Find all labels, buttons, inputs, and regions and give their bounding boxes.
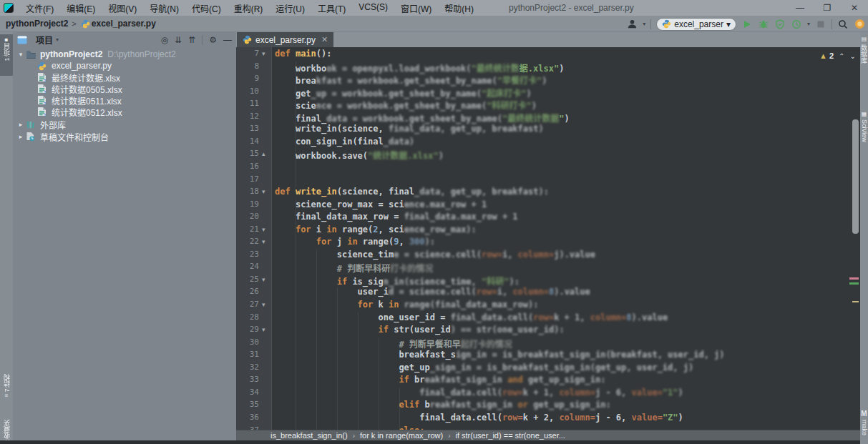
tree-item-统计数据0511.xlsx[interactable]: ?统计数据0511.xlsx [27, 94, 122, 106]
breadcrumb-item[interactable]: if str(user_id) == str(one_user... [455, 431, 565, 440]
tree-item-外部库[interactable]: ▸外部库 [16, 119, 66, 130]
line-number[interactable]: 9 [236, 74, 259, 83]
code-line[interactable]: science = workbook.get_sheet_by_name("科研… [275, 99, 537, 111]
inspection-widget[interactable]: ▲ 2 ⌃ ⌄ [819, 51, 856, 60]
coverage-icon[interactable] [774, 19, 786, 30]
chevron-down-icon[interactable]: ▾ [807, 21, 810, 27]
tree-chevron-icon[interactable]: ▸ [16, 133, 26, 140]
breadcrumb-file[interactable]: excel_parser.py [92, 19, 156, 29]
error-stripe-mark[interactable] [852, 301, 859, 302]
menu-item[interactable]: 工具(T) [311, 1, 352, 16]
code-line[interactable]: workbook.save("统计数据.xlsx") [275, 149, 444, 161]
line-number[interactable]: 10 [236, 87, 259, 96]
code-line[interactable]: for i in range(2, science_row_max): [275, 225, 477, 235]
menu-item[interactable]: 窗口(W) [394, 1, 438, 16]
user-icon[interactable] [626, 19, 638, 30]
fold-marker-icon[interactable]: ▾ [262, 226, 265, 233]
chevron-down-icon[interactable]: ▾ [643, 21, 645, 27]
tree-item-草稿文件和控制台[interactable]: ▸草稿文件和控制台 [16, 131, 109, 142]
code-line[interactable]: for k in range(final_data_max_row): [275, 300, 538, 310]
menu-item[interactable]: 视图(V) [102, 1, 143, 16]
menu-item[interactable]: 帮助(H) [438, 1, 480, 16]
fold-marker-icon[interactable]: ▾ [262, 326, 265, 333]
collapse-all-icon[interactable]: ⇈ [188, 35, 195, 45]
next-warning-icon[interactable]: ⌄ [849, 52, 855, 60]
line-number[interactable]: 23 [236, 250, 259, 259]
maximize-button[interactable]: ❐ [814, 0, 841, 16]
hide-panel-icon[interactable]: — [223, 35, 232, 45]
tool-tab-project[interactable]: ■ 1:项目 [0, 36, 13, 61]
expand-all-icon[interactable]: ⇊ [175, 35, 182, 45]
tree-item-统计数据0505.xlsx[interactable]: ?统计数据0505.xlsx [27, 83, 122, 94]
line-number[interactable]: 12 [236, 112, 259, 121]
menu-item[interactable]: 运行(U) [269, 1, 311, 16]
stop-icon[interactable] [815, 19, 826, 30]
fold-marker-icon[interactable]: ▾ [262, 301, 265, 308]
line-number[interactable]: 20 [236, 212, 259, 221]
tree-chevron-icon[interactable]: ▸ [16, 121, 26, 128]
code-line[interactable]: final_data_max_row = final_data.max_row … [275, 212, 518, 222]
fold-marker-icon[interactable]: ▾ [262, 50, 265, 57]
code-line[interactable]: science_row_max = science.max_row + 1 [275, 199, 487, 209]
locate-icon[interactable]: ◎ [161, 35, 168, 45]
tool-tab-database[interactable]: ▤ 数据库 [860, 36, 868, 64]
line-number[interactable]: 35 [236, 400, 259, 409]
fold-marker-icon[interactable]: ▴ [262, 150, 265, 157]
line-number[interactable]: 17 [236, 174, 259, 184]
line-number[interactable]: 8 [236, 61, 259, 71]
breadcrumb-project[interactable]: pythonProject2 [6, 19, 68, 29]
code-line[interactable]: if is_sign_in(science_time, "科研"): [275, 275, 520, 287]
line-number[interactable]: 32 [236, 362, 259, 372]
tool-tab-sciview[interactable]: ▦ SciView [860, 111, 868, 142]
tree-item-最终统计数据.xlsx[interactable]: ?最终统计数据.xlsx [27, 71, 120, 83]
code-line[interactable]: if str(user_id) == str(one_user_id): [275, 325, 565, 335]
line-number[interactable]: 29 [236, 325, 259, 334]
line-number[interactable]: 13 [236, 124, 259, 133]
code-line[interactable]: def main(): [275, 49, 332, 59]
line-number[interactable]: 34 [236, 388, 259, 397]
code-line[interactable]: # 判断早餐和早起打卡的情况 [275, 337, 512, 350]
run-icon[interactable] [741, 19, 753, 30]
fold-marker-icon[interactable]: ▾ [262, 188, 265, 195]
tool-tab-make[interactable]: M make [860, 410, 868, 435]
editor-scrollbar[interactable] [852, 119, 859, 234]
breadcrumb-item[interactable]: is_breakfast_sign_in() [270, 431, 348, 440]
line-number[interactable]: 30 [236, 337, 259, 347]
line-number[interactable]: 18 [236, 187, 259, 196]
line-number[interactable]: 15 [236, 149, 259, 158]
menu-item[interactable]: 代码(C) [185, 1, 228, 16]
line-number[interactable]: 21 [236, 225, 259, 234]
minimize-button[interactable]: — [786, 0, 814, 16]
code-line[interactable]: workbook = openpyxl.load_workbook("最终统计数… [275, 61, 564, 74]
profiler-icon[interactable] [791, 19, 802, 30]
code-line[interactable]: user_id = science.cell(row=i, column=8).… [275, 287, 590, 297]
line-number[interactable]: 14 [236, 137, 259, 146]
prev-warning-icon[interactable]: ⌃ [839, 52, 844, 60]
tree-item-统计数据0512.xlsx[interactable]: ?统计数据0512.xlsx [27, 106, 122, 117]
code-line[interactable]: science_time = science.cell(row=i, colum… [275, 250, 595, 260]
close-icon[interactable]: ✕ [321, 35, 328, 44]
line-number[interactable]: 26 [236, 287, 259, 296]
code-line[interactable]: def write_in(science, final_data, get_up… [275, 187, 549, 197]
code-line[interactable]: for j in range(9, 300): [275, 237, 435, 247]
menu-item[interactable]: VCS(S) [352, 1, 394, 16]
code-line[interactable]: one_user_id = final_data.cell(row=k + 1,… [275, 312, 668, 322]
line-number[interactable]: 7 [236, 49, 259, 58]
tree-chevron-icon[interactable]: ▾ [16, 51, 26, 58]
menu-item[interactable]: 导航(N) [143, 1, 185, 16]
menu-item[interactable]: 文件(F) [19, 1, 60, 16]
code-line[interactable]: elif breakfast_sign_in or get_up_sign_in… [275, 400, 611, 410]
error-stripe-mark[interactable] [849, 282, 859, 285]
line-number[interactable]: 16 [236, 162, 259, 171]
line-number[interactable]: 24 [236, 262, 259, 271]
promo-icon[interactable] [854, 19, 865, 30]
close-button[interactable]: ✕ [841, 0, 868, 16]
code-line[interactable]: # 判断早科研打卡的情况 [275, 262, 433, 274]
debug-icon[interactable] [758, 19, 769, 30]
code-line[interactable]: breakfast = workbook.get_sheet_by_name("… [275, 74, 547, 86]
line-number[interactable]: 31 [236, 350, 259, 359]
code-line[interactable]: breakfast_sign_in = is_breakfast_sign_in… [275, 350, 725, 360]
code-line[interactable]: if breakfast_sign_in and get_up_sign_in: [275, 375, 605, 385]
line-number[interactable]: 22 [236, 237, 259, 246]
tool-tab-structure[interactable]: 7:结构 ≡ [0, 374, 13, 399]
